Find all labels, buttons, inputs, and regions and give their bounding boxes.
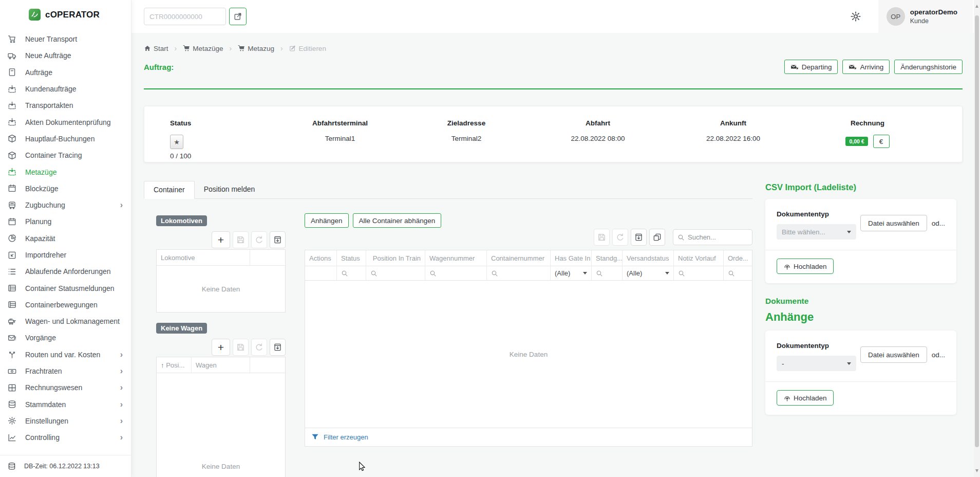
status-field-label: Abfahrt: [528, 119, 668, 127]
sidebar-item-einstellungen[interactable]: Einstellungen›: [0, 413, 131, 429]
export-xlsx-button[interactable]: [270, 339, 286, 356]
scroll-up-arrow[interactable]: [975, 5, 978, 8]
sidebar-item-container-tracing[interactable]: Container Tracing: [0, 147, 131, 163]
sidebar-item-rechnungswesen[interactable]: Rechnungswesen›: [0, 379, 131, 396]
sidebar-item-kundenauftrage[interactable]: Kundenaufträge: [0, 81, 131, 97]
sidebar-item-routen-und-var-kosten[interactable]: Routen und var. Kosten›: [0, 346, 131, 363]
container-column-wagennummer[interactable]: Wagennummer: [425, 250, 487, 266]
vertical-scrollbar[interactable]: [974, 0, 980, 477]
add-lokomotive-button[interactable]: +: [212, 231, 230, 248]
filter-select[interactable]: (Alle): [627, 269, 669, 277]
settings-button[interactable]: [845, 6, 866, 27]
sidebar-item-stammdaten[interactable]: Stammdaten›: [0, 396, 131, 413]
anderungshistorie-button[interactable]: Änderungshistorie: [894, 60, 963, 74]
app-logo[interactable]: cOPERATOR: [0, 0, 131, 26]
breadcrumb-separator: ›: [280, 44, 283, 52]
wagen-column-actions-spacer[interactable]: [250, 357, 285, 373]
sidebar-item-ablaufende-anforderungen[interactable]: Ablaufende Anforderungen: [0, 263, 131, 280]
choose-file-button[interactable]: Datei auswählen: [860, 346, 927, 363]
sidebar-item-container-statusmeldungen[interactable]: Container Statusmeldungen: [0, 280, 131, 296]
breadcrumb-start[interactable]: Start: [144, 45, 168, 52]
user-menu[interactable]: OP operatorDemo Kunde: [878, 0, 973, 33]
wagen-column-posi[interactable]: ↑ Posi...: [157, 357, 192, 373]
euro-button[interactable]: €: [873, 135, 890, 148]
sidebar-item-containerbewegungen[interactable]: Containerbewegungen: [0, 297, 131, 313]
sidebar-item-frachtraten[interactable]: Frachtraten›: [0, 363, 131, 379]
doc-type-select[interactable]: -: [777, 356, 856, 371]
filter-select[interactable]: (Alle): [555, 269, 587, 277]
csv-doc-type: Dokumententyp Bitte wählen...: [777, 210, 856, 240]
filter-cell-orde[interactable]: [724, 266, 752, 280]
wagen-column-wagen[interactable]: Wagen: [192, 357, 250, 373]
column-chooser-button[interactable]: [649, 229, 665, 246]
status-field-value: 22.08.2022 16:00: [668, 135, 799, 142]
card-divider: [765, 381, 956, 382]
container-column-orde[interactable]: Orde...: [724, 250, 752, 266]
container-search-input[interactable]: [144, 8, 226, 25]
container-column-actions[interactable]: Actions: [305, 250, 337, 266]
status-field-label: Ankunft: [668, 119, 799, 127]
filter-cell-containernummer[interactable]: [487, 266, 551, 280]
loks-column-lokomotive[interactable]: Lokomotive: [157, 250, 250, 265]
scroll-down-arrow[interactable]: [975, 469, 978, 472]
tab-container[interactable]: Container: [144, 181, 195, 199]
sidebar-item-kapazitat[interactable]: Kapazität: [0, 230, 131, 247]
sidebar-item-akten-dokumentenprufung[interactable]: Akten Dokumentenprüfung: [0, 114, 131, 130]
arriving-button[interactable]: Arriving: [842, 60, 890, 74]
sidebar-item-label: Kundenaufträge: [25, 85, 77, 93]
sidebar-item-metazuge[interactable]: Metazüge: [0, 163, 131, 180]
choose-file-button[interactable]: Datei auswählen: [860, 215, 927, 231]
tab-position-melden[interactable]: Position melden: [195, 181, 265, 198]
save-button: [233, 231, 249, 248]
sidebar-item-blockzuge[interactable]: Blockzüge: [0, 180, 131, 197]
export-xlsx-button[interactable]: [631, 229, 647, 246]
sidebar-item-wagen-und-lokmanagement[interactable]: Wagen- und Lokmanagement: [0, 313, 131, 329]
anhangen-button[interactable]: Anhängen: [305, 213, 349, 228]
add-wagen-button[interactable]: +: [212, 339, 230, 356]
sidebar-item-label: Containerbewegungen: [25, 301, 98, 309]
sidebar-item-neue-auftrage[interactable]: Neue Aufträge: [0, 47, 131, 64]
sidebar-item-planung[interactable]: Planung: [0, 213, 131, 230]
loks-column-actions-spacer[interactable]: [250, 250, 285, 265]
container-column-status[interactable]: Status: [337, 250, 366, 266]
sidebar-item-transportakten[interactable]: Transportakten: [0, 97, 131, 114]
sidebar-item-controlling[interactable]: Controlling›: [0, 429, 131, 446]
scrollbar-thumb[interactable]: [975, 15, 979, 447]
container-column-containernummer[interactable]: Containernummer: [487, 250, 551, 266]
filter-cell-has-gate-in[interactable]: (Alle): [551, 266, 592, 280]
open-container-button[interactable]: [229, 8, 247, 25]
attachment-upload-button[interactable]: Hochladen: [777, 390, 834, 406]
alle-container-abhangen-button[interactable]: Alle Container abhängen: [353, 213, 442, 228]
create-filter-link[interactable]: Filter erzeugen: [305, 428, 752, 446]
grid-search[interactable]: [673, 229, 752, 245]
container-column-position-in-train[interactable]: Position In Train: [366, 250, 425, 266]
sidebar-item-neuer-transport[interactable]: Neuer Transport: [0, 31, 131, 47]
sidebar-item-zugbuchung[interactable]: Zugbuchung›: [0, 197, 131, 213]
breadcrumb-metazug[interactable]: Metazug: [238, 45, 274, 52]
route-icon: [8, 350, 16, 359]
filter-cell-position-in-train[interactable]: [366, 266, 425, 280]
breadcrumb-metazuge[interactable]: Metazüge: [183, 45, 223, 52]
filter-cell-versandstatus[interactable]: (Alle): [623, 266, 674, 280]
status-star-button[interactable]: ★: [170, 135, 183, 149]
container-column-standg[interactable]: Standg...: [592, 250, 623, 266]
container-column-notiz-vorlauf[interactable]: Notiz Vorlauf: [674, 250, 724, 266]
filter-cell-wagennummer[interactable]: [425, 266, 487, 280]
grid-search-input[interactable]: [688, 233, 748, 241]
container-column-versandstatus[interactable]: Versandstatus: [623, 250, 674, 266]
csv-upload-button[interactable]: Hochladen: [777, 259, 834, 274]
doc-type-select[interactable]: Bitte wählen...: [777, 224, 856, 240]
departing-button[interactable]: Departing: [784, 60, 838, 74]
sidebar-item-label: Controlling: [25, 433, 60, 442]
sidebar-item-importdreher[interactable]: Importdreher: [0, 247, 131, 263]
sidebar-item-auftrage[interactable]: Aufträge: [0, 64, 131, 81]
sidebar-item-vorgange[interactable]: Vorgänge: [0, 329, 131, 346]
dokumente-title: Dokumente: [765, 297, 956, 306]
export-xlsx-button[interactable]: [270, 231, 286, 248]
sidebar-item-hauptlauf-buchungen[interactable]: Hauptlauf-Buchungen: [0, 131, 131, 147]
filter-cell-status[interactable]: [337, 266, 366, 280]
filter-cell-standg[interactable]: [592, 266, 623, 280]
container-column-has-gate-in[interactable]: Has Gate In: [551, 250, 592, 266]
undo-icon: [255, 343, 263, 352]
filter-cell-notiz-vorlauf[interactable]: [674, 266, 724, 280]
